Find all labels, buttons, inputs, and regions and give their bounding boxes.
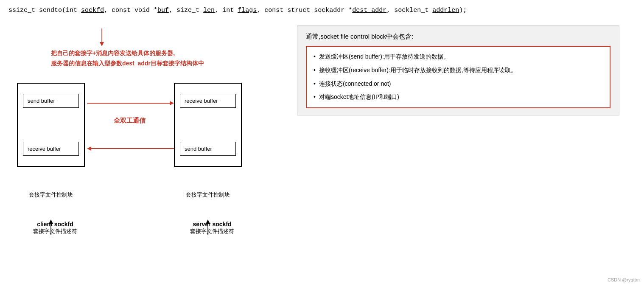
right-sockfd-label: server sockfd: [170, 221, 255, 228]
svg-marker-7: [87, 146, 91, 151]
left-send-buffer: send buffer: [23, 94, 79, 108]
bullet-1: •: [314, 52, 316, 62]
sig-mid5: , socklen_t: [386, 7, 432, 14]
info-text-4: 对端socket地址信息(IP和端口): [319, 92, 399, 102]
sig-addrlen: addrlen: [432, 7, 459, 14]
right-receive-buffer: receive buffer: [180, 94, 236, 108]
right-socket-label: 套接字文件控制块: [174, 191, 242, 199]
sig-buf: buf: [157, 7, 169, 14]
sig-len: len: [203, 7, 215, 14]
annotation-left: 把自己的套接字+消息内容发送给具体的服务器, 服务器的信息在输入型参数dest_…: [51, 48, 204, 69]
signature-line: ssize_t sendto(int sockfd, const void *b…: [8, 4, 636, 17]
annotation-left-line2: 服务器的信息在输入型参数dest_addr目标套接字结构体中: [51, 59, 204, 69]
bullet-2: •: [314, 65, 316, 76]
center-label: 全双工通信: [93, 117, 165, 125]
svg-marker-1: [100, 42, 104, 46]
sig-dest: dest_addr: [352, 7, 386, 14]
info-text-3: 连接状态(connected or not): [319, 79, 391, 89]
sig-mid3: , int: [215, 7, 238, 14]
info-box: 通常,socket file control block中会包含: • 发送缓冲…: [297, 25, 619, 115]
info-text-2: 接收缓冲区(receive buffer):用于临时存放接收到的数据,等待应用程…: [319, 65, 517, 76]
right-socket-box: receive buffer send buffer: [174, 83, 242, 167]
info-item-3: • 连接状态(connected or not): [314, 79, 603, 89]
info-text-1: 发送缓冲区(send buffer):用于存放待发送的数据。: [319, 52, 449, 62]
bullet-4: •: [314, 92, 316, 102]
right-sockfd-sub: 套接字文件描述符: [170, 228, 255, 235]
svg-marker-5: [170, 101, 174, 105]
sig-mid1: , const void *: [104, 7, 157, 14]
left-sockfd-sub: 套接字文件描述符: [13, 228, 98, 235]
left-sockfd-label: client sockfd: [13, 221, 98, 228]
left-sockfd-group: client sockfd 套接字文件描述符: [13, 221, 98, 235]
sig-prefix: ssize_t sendto(int: [8, 7, 81, 14]
watermark: CSDN @rygttm: [608, 277, 640, 282]
info-item-1: • 发送缓冲区(send buffer):用于存放待发送的数据。: [314, 52, 603, 62]
left-socket-label: 套接字文件控制块: [17, 191, 85, 199]
info-inner: • 发送缓冲区(send buffer):用于存放待发送的数据。 • 接收缓冲区…: [306, 46, 610, 108]
sig-flags: flags: [238, 7, 257, 14]
left-socket-box: send buffer receive buffer: [17, 83, 85, 167]
right-send-buffer: send buffer: [180, 142, 236, 156]
sig-end: );: [459, 7, 467, 14]
bullet-3: •: [314, 79, 316, 89]
sig-mid2: , size_t: [169, 7, 203, 14]
left-receive-buffer: receive buffer: [23, 142, 79, 156]
diagram-area: send buffer receive buffer receive buffe…: [8, 74, 280, 257]
info-item-4: • 对端socket地址信息(IP和端口): [314, 92, 603, 102]
info-item-2: • 接收缓冲区(receive buffer):用于临时存放接收到的数据,等待应…: [314, 65, 603, 76]
info-box-title: 通常,socket file control block中会包含:: [306, 33, 610, 41]
right-sockfd-group: server sockfd 套接字文件描述符: [170, 221, 255, 235]
annotation-left-line1: 把自己的套接字+消息内容发送给具体的服务器,: [51, 48, 204, 59]
sig-sockfd: sockfd: [81, 7, 104, 14]
page-container: ssize_t sendto(int sockfd, const void *b…: [0, 0, 644, 284]
sig-mid4: , const struct sockaddr *: [257, 7, 352, 14]
